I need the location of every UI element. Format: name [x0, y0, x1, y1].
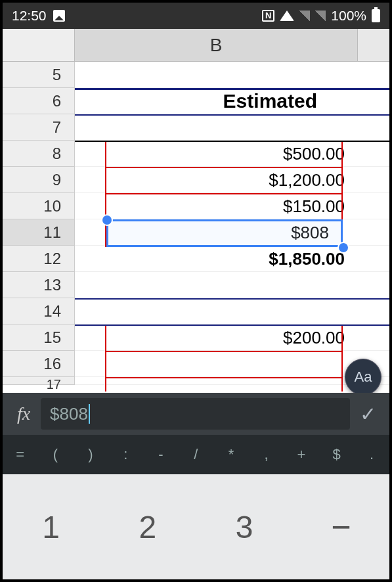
select-all-corner[interactable] — [3, 29, 75, 61]
row-header-14[interactable]: 14 — [3, 298, 75, 325]
key-minus[interactable]: − — [293, 474, 389, 579]
symbol-row: = ( ) : - / * , + $ . — [3, 435, 389, 474]
cell-b6-value: Estimated — [223, 90, 317, 112]
row-header-6[interactable]: 6 — [3, 88, 75, 114]
cell-b16[interactable] — [75, 351, 389, 377]
row-header-10[interactable]: 10 — [3, 193, 75, 219]
cell-b5[interactable] — [75, 62, 389, 88]
key-right-paren[interactable]: ) — [73, 446, 108, 463]
key-plus[interactable]: + — [284, 446, 319, 463]
row-header-15[interactable]: 15 — [3, 325, 75, 351]
column-header-b[interactable]: B — [75, 29, 358, 61]
check-icon: ✓ — [360, 403, 376, 425]
cell-b10[interactable]: $150.00 — [75, 193, 389, 219]
formula-bar: fx $808 ✓ — [3, 393, 389, 435]
selection-handle-bottom-right[interactable] — [338, 242, 349, 254]
cell-b17[interactable] — [75, 377, 389, 385]
key-dot[interactable]: . — [355, 446, 389, 463]
confirm-button[interactable]: ✓ — [350, 403, 385, 426]
cell-b9[interactable]: $1,200.00 — [75, 167, 389, 193]
row-header-11[interactable]: 11 — [3, 219, 75, 246]
key-comma[interactable]: , — [249, 446, 284, 463]
key-1[interactable]: 1 — [3, 474, 99, 579]
cell-b9-value: $1,200.00 — [269, 169, 345, 190]
selection-handle-top-left[interactable] — [101, 214, 113, 226]
status-bar: 12:50 N 100% — [3, 3, 389, 29]
key-dash[interactable]: - — [143, 446, 178, 463]
key-dollar[interactable]: $ — [319, 446, 354, 463]
spreadsheet-grid[interactable]: 5 6Estimated 7 8$500.00 9$1,200.00 10$15… — [3, 62, 389, 393]
cell-b15-value: $200.00 — [283, 327, 345, 347]
row-header-5[interactable]: 5 — [3, 62, 75, 88]
image-icon — [53, 10, 65, 22]
key-slash[interactable]: / — [179, 446, 213, 463]
formula-input[interactable]: $808 — [41, 398, 350, 430]
signal-icon-1 — [299, 11, 310, 21]
wifi-icon — [280, 11, 294, 21]
row-header-17[interactable]: 17 — [3, 377, 75, 385]
nfc-icon: N — [262, 10, 274, 22]
column-header-c[interactable] — [358, 29, 389, 61]
formula-value: $808 — [50, 404, 88, 424]
clock: 12:50 — [12, 8, 47, 24]
key-left-paren[interactable]: ( — [38, 446, 73, 463]
signal-icon-2 — [315, 11, 326, 21]
text-format-fab[interactable]: Aa — [345, 359, 381, 393]
cell-b15[interactable]: $200.00 — [75, 325, 389, 351]
cell-b7[interactable] — [75, 114, 389, 141]
row-header-8[interactable]: 8 — [3, 141, 75, 167]
row-header-12[interactable]: 12 — [3, 246, 75, 272]
cell-b8[interactable]: $500.00 — [75, 141, 389, 167]
row-header-13[interactable]: 13 — [3, 272, 75, 298]
key-2[interactable]: 2 — [99, 474, 196, 579]
row-header-7[interactable]: 7 — [3, 114, 75, 141]
row-header-16[interactable]: 16 — [3, 351, 75, 377]
key-star[interactable]: * — [213, 446, 248, 463]
caret-icon — [89, 404, 90, 424]
cell-b8-value: $500.00 — [283, 143, 345, 164]
battery-percent: 100% — [331, 8, 366, 24]
cell-b6[interactable]: Estimated — [75, 88, 389, 114]
row-header-9[interactable]: 9 — [3, 167, 75, 193]
key-3[interactable]: 3 — [196, 474, 293, 579]
numeric-keypad: 1 2 3 − — [3, 474, 389, 579]
cell-b10-value: $150.00 — [283, 196, 345, 216]
cell-b13[interactable] — [75, 272, 389, 298]
battery-icon — [372, 9, 380, 22]
text-format-label: Aa — [355, 369, 372, 386]
selection-box[interactable] — [106, 219, 343, 247]
cell-b12-value: $1,850.00 — [269, 248, 345, 269]
key-equals[interactable]: = — [3, 446, 37, 463]
column-header-bar: B — [3, 29, 389, 62]
cell-b14[interactable] — [75, 298, 389, 325]
fx-icon[interactable]: fx — [7, 403, 41, 424]
key-colon[interactable]: : — [108, 446, 143, 463]
